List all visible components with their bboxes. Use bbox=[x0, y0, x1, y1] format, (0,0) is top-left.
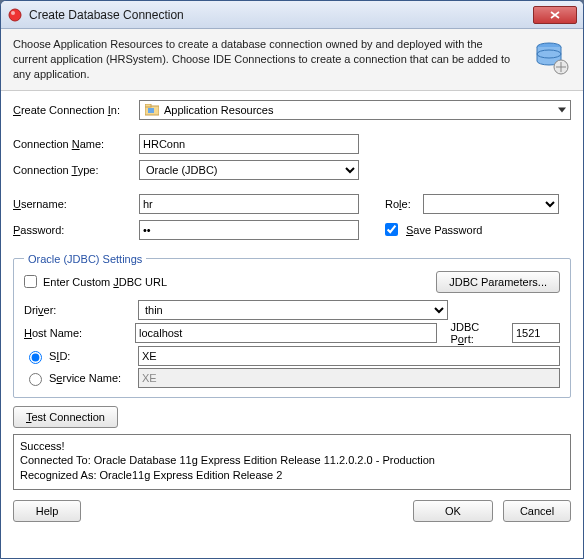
connection-type-label: Connection Type: bbox=[13, 164, 131, 176]
save-password-label: Save Password bbox=[406, 224, 482, 236]
svg-point-0 bbox=[9, 9, 21, 21]
output-line-2: Connected To: Oracle Database 11g Expres… bbox=[20, 453, 564, 468]
test-output: Success! Connected To: Oracle Database 1… bbox=[13, 434, 571, 490]
password-input[interactable] bbox=[139, 220, 359, 240]
sid-label: SID: bbox=[49, 350, 70, 362]
host-input[interactable] bbox=[135, 323, 437, 343]
service-name-radio[interactable] bbox=[29, 373, 42, 386]
footer: Help OK Cancel bbox=[1, 494, 583, 532]
port-label: JDBC Port: bbox=[451, 321, 504, 345]
output-line-3: Recognized As: Oracle11g Express Edition… bbox=[20, 468, 564, 483]
svg-point-1 bbox=[11, 11, 15, 15]
save-password-checkbox[interactable] bbox=[385, 223, 398, 236]
connection-name-label: Connection Name: bbox=[13, 138, 131, 150]
content-area: Choose Application Resources to create a… bbox=[1, 29, 583, 558]
help-button[interactable]: Help bbox=[13, 500, 81, 522]
driver-select[interactable]: thin bbox=[138, 300, 448, 320]
custom-jdbc-url-checkbox[interactable] bbox=[24, 275, 37, 288]
svg-rect-7 bbox=[148, 108, 154, 113]
description-text: Choose Application Resources to create a… bbox=[13, 37, 519, 82]
output-line-1: Success! bbox=[20, 439, 564, 454]
sid-input[interactable] bbox=[138, 346, 560, 366]
create-in-label: Create Connection In: bbox=[13, 104, 131, 116]
close-button[interactable] bbox=[533, 6, 577, 24]
service-name-input[interactable] bbox=[138, 368, 560, 388]
create-in-select[interactable]: Application Resources bbox=[139, 100, 571, 120]
window-title: Create Database Connection bbox=[29, 8, 527, 22]
port-input[interactable] bbox=[512, 323, 560, 343]
dialog-window: Create Database Connection Choose Applic… bbox=[0, 0, 584, 559]
description-panel: Choose Application Resources to create a… bbox=[1, 29, 583, 91]
service-name-label: Service Name: bbox=[49, 372, 121, 384]
host-label: Host Name: bbox=[24, 327, 127, 339]
role-label: Role: bbox=[385, 198, 417, 210]
cancel-button[interactable]: Cancel bbox=[503, 500, 571, 522]
folder-icon bbox=[144, 103, 160, 117]
custom-jdbc-url-label: Enter Custom JDBC URL bbox=[43, 276, 167, 288]
role-select[interactable] bbox=[423, 194, 559, 214]
jdbc-settings-group: Oracle (JDBC) Settings Enter Custom JDBC… bbox=[13, 253, 571, 398]
test-connection-button[interactable]: Test Connection bbox=[13, 406, 118, 428]
svg-rect-6 bbox=[145, 104, 151, 107]
driver-label: Driver: bbox=[24, 304, 130, 316]
connection-name-input[interactable] bbox=[139, 134, 359, 154]
jdbc-parameters-button[interactable]: JDBC Parameters... bbox=[436, 271, 560, 293]
app-icon bbox=[7, 7, 23, 23]
create-in-value: Application Resources bbox=[164, 104, 273, 116]
titlebar: Create Database Connection bbox=[1, 1, 583, 29]
sid-radio[interactable] bbox=[29, 351, 42, 364]
connection-type-select[interactable]: Oracle (JDBC) bbox=[139, 160, 359, 180]
password-label: Password: bbox=[13, 224, 131, 236]
database-icon bbox=[531, 37, 571, 77]
username-label: Username: bbox=[13, 198, 131, 210]
jdbc-legend: Oracle (JDBC) Settings bbox=[24, 253, 146, 265]
ok-button[interactable]: OK bbox=[413, 500, 493, 522]
username-input[interactable] bbox=[139, 194, 359, 214]
